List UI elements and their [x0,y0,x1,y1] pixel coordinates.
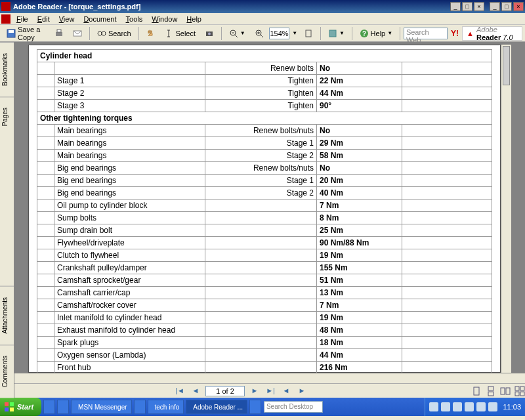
doc-minimize-button[interactable]: _ [450,2,461,11]
search-web-input[interactable]: Search Web [404,28,448,39]
single-page-icon[interactable] [471,386,482,396]
zoom-dropdown[interactable]: ▼ [291,30,299,36]
page-number-input[interactable]: 1 of 2 [205,386,245,396]
zoom-input[interactable]: 154% [269,28,290,39]
menu-edit[interactable]: Edit [33,14,54,24]
doc-restore-button[interactable]: □ [462,2,472,11]
section-header: Cylinder head [37,50,492,62]
windows-logo-icon [4,402,14,412]
cell-component: Sump drain bolt [54,224,205,237]
tab-attachments[interactable]: Attachments [0,286,14,345]
continuous-icon[interactable] [486,386,496,396]
maximize-button[interactable]: □ [501,2,512,11]
clock[interactable]: 11:03 [503,403,521,411]
task-item[interactable] [57,400,69,414]
cell-value: 51 Nm [317,274,402,287]
disk-icon [7,29,16,38]
zoom-in-button[interactable] [251,27,268,40]
cell-value: 216 Nm [317,362,402,373]
svg-rect-21 [488,387,494,390]
cell-component [54,62,205,75]
save-copy-button[interactable]: Save a Copy [3,27,49,40]
task-item[interactable] [43,400,55,414]
help-label: Help [371,30,386,37]
titlebar: Adobe Reader - [torque_settings.pdf] _ □… [0,0,525,13]
ebook-button[interactable]: ▼ [324,27,348,40]
prev-page-button[interactable]: ◄ [190,386,201,396]
search-label: Search [108,30,131,37]
cell-component: Sump bolts [54,212,205,224]
continuous-facing-icon[interactable] [514,386,525,396]
app-icon [1,2,10,11]
menu-help[interactable]: Help [182,14,206,24]
select-tool-button[interactable]: Select [160,27,200,40]
cell-value: 44 Nm [317,349,402,362]
scroll-thumb[interactable] [503,46,510,85]
horizontal-scrollbar[interactable] [14,373,525,383]
table-row: Crankshaft pulley/damper155 Nm [37,262,492,274]
first-page-button[interactable]: |◄ [174,386,186,396]
cell-action: Renew bolts/nuts [205,162,317,175]
desktop-search-input[interactable]: Search Desktop [264,401,323,413]
task-item[interactable] [134,400,146,414]
cell-value: 22 Nm [317,75,402,87]
doc-close-button[interactable]: × [474,2,484,11]
tab-comments[interactable]: Comments [0,345,14,398]
tray-icon[interactable] [453,402,462,411]
task-item[interactable]: MSN Messenger [71,400,131,414]
cell-action: Tighten [205,100,317,112]
tray-icon[interactable] [441,402,450,411]
menu-file[interactable]: File [12,14,33,24]
task-item-active[interactable]: Adobe Reader ... [186,400,247,414]
pdf-page: Cylinder head Renew boltsNoStage 1Tighte… [28,45,501,373]
cell-component: Crankshaft pulley/damper [54,262,205,274]
help-button[interactable]: ? Help ▼ [356,27,397,40]
cell-action: Stage 1 [205,137,317,150]
zoom-in-icon [255,29,264,38]
snapshot-button[interactable] [201,27,218,40]
brand-badge: ▲ Adobe Reader 7.0 [462,26,522,41]
cell [37,362,54,373]
email-button[interactable] [69,27,86,40]
print-button[interactable] [51,27,68,40]
help-icon: ? [360,29,369,38]
vertical-scrollbar[interactable] [501,45,511,373]
table-row: Stage 1Tighten22 Nm [37,75,492,87]
facing-icon[interactable] [500,386,511,396]
cell-component: Camshaft sprocket/gear [54,274,205,287]
start-label: Start [17,403,33,411]
menu-window[interactable]: Window [147,14,182,24]
zoom-out-button[interactable]: ▼ [225,27,249,40]
adobe-logo-icon: ▲ [467,30,474,37]
tab-pages[interactable]: Pages [0,96,14,136]
tray-icon[interactable] [488,402,497,411]
document-viewport[interactable]: Cylinder head Renew boltsNoStage 1Tighte… [14,42,525,373]
book-icon [328,29,337,38]
table-row: Sump drain bolt25 Nm [37,224,492,237]
tab-bookmarks[interactable]: Bookmarks [0,42,14,96]
close-button[interactable]: × [513,2,524,11]
tray-icon[interactable] [476,402,486,411]
yahoo-icon[interactable]: Y! [449,29,461,38]
tray-icon[interactable] [429,402,438,411]
task-item[interactable]: tech info [148,400,184,414]
tray-icon[interactable] [465,402,474,411]
start-button[interactable]: Start [0,398,41,416]
fit-page-button[interactable] [300,27,317,40]
menu-document[interactable]: Document [79,14,121,24]
cell-value: 29 Nm [317,137,402,150]
forward-button[interactable]: ► [296,386,308,396]
hand-tool-button[interactable] [142,27,159,40]
task-item[interactable] [249,400,261,414]
next-page-button[interactable]: ► [249,386,261,396]
back-button[interactable]: ◄ [280,386,292,396]
cell [37,150,54,162]
svg-rect-32 [10,408,14,411]
cell [402,224,492,237]
minimize-button[interactable]: _ [490,2,500,11]
menu-tools[interactable]: Tools [121,14,148,24]
menu-view[interactable]: View [54,14,79,24]
window-title: Adobe Reader - [torque_settings.pdf] [13,3,449,10]
search-button[interactable]: Search [93,27,135,40]
last-page-button[interactable]: ►| [264,386,276,396]
